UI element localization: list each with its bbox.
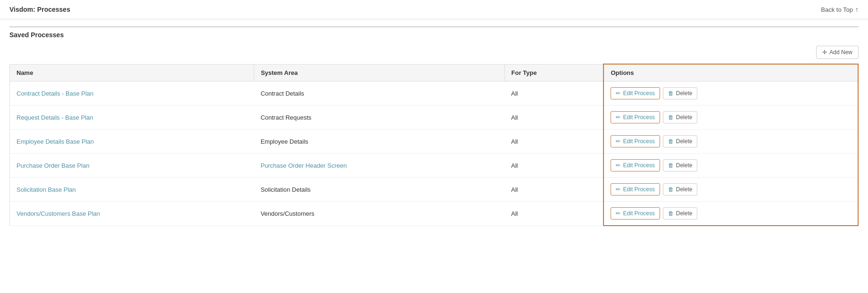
trash-icon: 🗑 <box>668 210 674 217</box>
table-row: Purchase Order Base PlanPurchase Order H… <box>10 154 859 178</box>
name-link[interactable]: Contract Details - Base Plan <box>17 90 93 97</box>
arrow-up-icon: ↑ <box>855 6 859 13</box>
edit-process-button[interactable]: ✏Edit Process <box>611 135 660 147</box>
cell-system-area: Solicitation Details <box>254 178 504 202</box>
col-header-options: Options <box>603 64 858 81</box>
cell-options: ✏Edit Process🗑Delete <box>603 202 858 226</box>
col-header-system-area: System Area <box>254 64 504 81</box>
trash-icon: 🗑 <box>668 162 674 169</box>
delete-button[interactable]: 🗑Delete <box>663 135 698 147</box>
delete-button[interactable]: 🗑Delete <box>663 111 698 123</box>
cell-name: Vendors/Customers Base Plan <box>10 202 254 226</box>
table-row: Employee Details Base PlanEmployee Detai… <box>10 130 859 154</box>
add-new-label: Add New <box>829 49 852 56</box>
cell-for-type: All <box>504 178 603 202</box>
cell-options: ✏Edit Process🗑Delete <box>603 106 858 130</box>
table-row: Vendors/Customers Base PlanVendors/Custo… <box>10 202 859 226</box>
name-link[interactable]: Solicitation Base Plan <box>17 186 76 193</box>
delete-button[interactable]: 🗑Delete <box>663 183 698 195</box>
edit-process-button[interactable]: ✏Edit Process <box>611 111 660 123</box>
back-to-top-link[interactable]: Back to Top ↑ <box>821 6 859 13</box>
col-header-name: Name <box>10 64 254 81</box>
cell-for-type: All <box>504 130 603 154</box>
edit-process-button[interactable]: ✏Edit Process <box>611 183 660 195</box>
name-link[interactable]: Vendors/Customers Base Plan <box>17 210 100 217</box>
cell-system-area: Purchase Order Header Screen <box>254 154 504 178</box>
top-bar: Visdom: Processes Back to Top ↑ <box>0 0 868 19</box>
trash-icon: 🗑 <box>668 114 674 121</box>
back-to-top-label: Back to Top <box>821 6 853 13</box>
cell-options: ✏Edit Process🗑Delete <box>603 81 858 106</box>
delete-label: Delete <box>676 138 693 145</box>
edit-process-label: Edit Process <box>623 90 654 97</box>
options-buttons: ✏Edit Process🗑Delete <box>611 87 851 99</box>
trash-icon: 🗑 <box>668 186 674 193</box>
toolbar: ✛ Add New <box>9 46 859 59</box>
processes-table: Name System Area For Type Options Contra… <box>9 64 859 226</box>
delete-label: Delete <box>676 186 693 193</box>
edit-icon: ✏ <box>616 210 620 217</box>
system-area-link[interactable]: Purchase Order Header Screen <box>261 162 347 169</box>
add-new-icon: ✛ <box>822 49 827 56</box>
app-title: Visdom: Processes <box>9 6 70 13</box>
section-title: Saved Processes <box>9 26 859 39</box>
options-buttons: ✏Edit Process🗑Delete <box>611 135 851 147</box>
edit-process-label: Edit Process <box>623 138 654 145</box>
name-link[interactable]: Purchase Order Base Plan <box>17 162 90 169</box>
edit-process-button[interactable]: ✏Edit Process <box>611 207 660 220</box>
options-buttons: ✏Edit Process🗑Delete <box>611 111 851 123</box>
edit-icon: ✏ <box>616 186 620 193</box>
table-row: Solicitation Base PlanSolicitation Detai… <box>10 178 859 202</box>
cell-for-type: All <box>504 106 603 130</box>
delete-button[interactable]: 🗑Delete <box>663 87 698 99</box>
cell-name: Contract Details - Base Plan <box>10 81 254 106</box>
cell-name: Solicitation Base Plan <box>10 178 254 202</box>
table-row: Request Details - Base PlanContract Requ… <box>10 106 859 130</box>
options-buttons: ✏Edit Process🗑Delete <box>611 207 851 220</box>
cell-system-area: Employee Details <box>254 130 504 154</box>
edit-icon: ✏ <box>616 138 620 145</box>
delete-button[interactable]: 🗑Delete <box>663 207 698 220</box>
cell-system-area: Contract Requests <box>254 106 504 130</box>
options-buttons: ✏Edit Process🗑Delete <box>611 159 851 171</box>
add-new-button[interactable]: ✛ Add New <box>816 46 859 59</box>
edit-process-label: Edit Process <box>623 162 654 169</box>
options-buttons: ✏Edit Process🗑Delete <box>611 183 851 195</box>
cell-name: Employee Details Base Plan <box>10 130 254 154</box>
cell-system-area: Vendors/Customers <box>254 202 504 226</box>
cell-system-area: Contract Details <box>254 81 504 106</box>
page-content: Saved Processes ✛ Add New Name System Ar… <box>0 19 868 233</box>
col-header-for-type: For Type <box>504 64 603 81</box>
edit-process-button[interactable]: ✏Edit Process <box>611 87 660 99</box>
edit-icon: ✏ <box>616 90 620 97</box>
delete-label: Delete <box>676 162 693 169</box>
cell-for-type: All <box>504 202 603 226</box>
edit-icon: ✏ <box>616 162 620 169</box>
table-row: Contract Details - Base PlanContract Det… <box>10 81 859 106</box>
trash-icon: 🗑 <box>668 90 674 97</box>
cell-for-type: All <box>504 154 603 178</box>
edit-process-label: Edit Process <box>623 210 654 217</box>
cell-for-type: All <box>504 81 603 106</box>
edit-process-button[interactable]: ✏Edit Process <box>611 159 660 171</box>
name-link[interactable]: Employee Details Base Plan <box>17 138 94 145</box>
trash-icon: 🗑 <box>668 138 674 145</box>
edit-process-label: Edit Process <box>623 186 654 193</box>
table-header-row: Name System Area For Type Options <box>10 64 859 81</box>
delete-label: Delete <box>676 90 693 97</box>
name-link[interactable]: Request Details - Base Plan <box>17 114 93 121</box>
edit-process-label: Edit Process <box>623 114 654 121</box>
cell-options: ✏Edit Process🗑Delete <box>603 130 858 154</box>
edit-icon: ✏ <box>616 114 620 121</box>
delete-button[interactable]: 🗑Delete <box>663 159 698 171</box>
cell-name: Request Details - Base Plan <box>10 106 254 130</box>
cell-options: ✏Edit Process🗑Delete <box>603 154 858 178</box>
cell-name: Purchase Order Base Plan <box>10 154 254 178</box>
delete-label: Delete <box>676 114 693 121</box>
cell-options: ✏Edit Process🗑Delete <box>603 178 858 202</box>
delete-label: Delete <box>676 210 693 217</box>
